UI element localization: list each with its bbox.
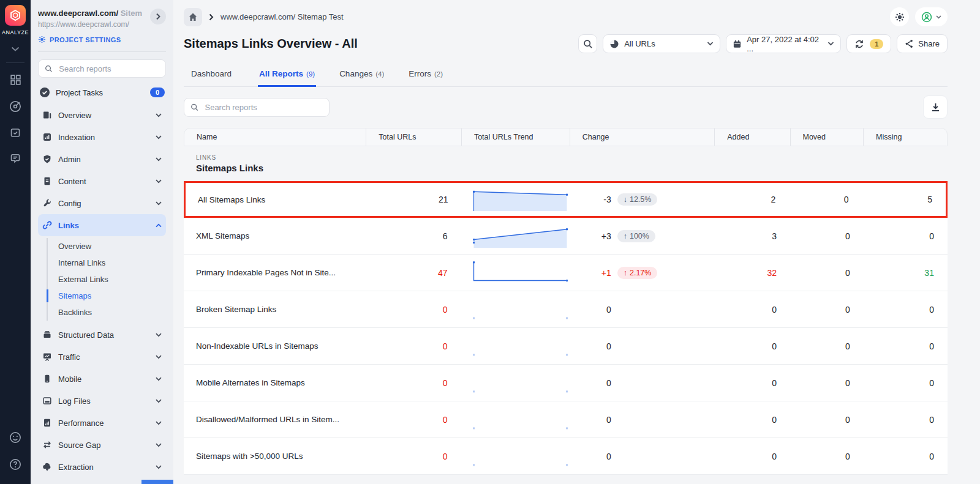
project-name-truncated: Sitem (121, 9, 142, 18)
chevron-down-icon (156, 157, 162, 162)
deepcrawl-logo[interactable] (5, 5, 26, 26)
sidebar-item-traffic[interactable]: Traffic (38, 346, 166, 368)
tab-all-reports[interactable]: All Reports(9) (258, 63, 316, 87)
crawl-disc-button[interactable] (9, 100, 22, 113)
indexation-icon (42, 132, 52, 142)
report-name[interactable]: Primary Indexable Pages Not in Site... (184, 268, 366, 277)
account-menu-button[interactable] (915, 7, 948, 26)
sidebar-subitem-external-links[interactable]: External Links (48, 271, 166, 288)
sidebar-item-log-files[interactable]: Log Files (38, 390, 166, 412)
share-icon (905, 39, 914, 48)
trend-sparkline (472, 370, 570, 397)
trend-sparkline (472, 223, 570, 250)
check-circle-icon (39, 87, 50, 98)
table-row-broken-sitemap-links[interactable]: Broken Sitemap Links 0 0 0 0 0 (184, 291, 948, 328)
crawl-date-dropdown[interactable]: Apr 27, 2022 at 4:02 ... (726, 34, 841, 53)
missing-value: 0 (864, 452, 948, 461)
arrow-up-icon: ↑ (624, 232, 627, 240)
sidebar-item-structured-data[interactable]: Structured Data (38, 324, 166, 346)
change-cell: 0 (570, 305, 715, 315)
report-name[interactable]: Sitemaps with >50,000 URLs (184, 452, 366, 461)
page-title: Sitemaps Links Overview - All (184, 37, 358, 51)
sidebar-item-admin[interactable]: Admin (38, 148, 166, 170)
share-button[interactable]: Share (897, 34, 948, 53)
sidebar-item-config[interactable]: Config (38, 192, 166, 214)
table-row-mobile-alternates[interactable]: Mobile Alternates in Sitemaps 0 0 0 0 0 (184, 365, 948, 401)
chevron-up-icon (156, 223, 162, 228)
report-name[interactable]: XML Sitemaps (184, 231, 366, 240)
task-check-icon (9, 127, 21, 139)
table-row-all-sitemaps-links[interactable]: All Sitemaps Links 21 -3 ↓12.5% 2 0 5 (184, 181, 948, 218)
sidebar-subitem-internal-links[interactable]: Internal Links (48, 255, 166, 271)
chevron-down-icon (11, 47, 20, 51)
column-header-moved[interactable]: Moved (790, 128, 864, 146)
sidebar-item-project-tasks[interactable]: Project Tasks 0 (39, 87, 165, 98)
settings-button[interactable] (890, 7, 909, 26)
calendar-icon (733, 39, 742, 49)
column-header-trend[interactable]: Total URLs Trend (461, 128, 570, 146)
column-header-change[interactable]: Change (570, 128, 715, 146)
rail-collapse-button[interactable] (11, 43, 20, 54)
help-button[interactable] (9, 458, 22, 471)
sidebar-subitem-sitemaps[interactable]: Sitemaps (48, 288, 166, 304)
sidebar-item-content[interactable]: Content (38, 170, 166, 192)
column-header-added[interactable]: Added (714, 128, 790, 146)
home-button[interactable] (184, 8, 202, 26)
change-cell: 0 (570, 378, 715, 388)
report-name[interactable]: All Sitemaps Links (186, 195, 366, 204)
performance-icon (42, 418, 52, 428)
sidebar-subitem-overview[interactable]: Overview (48, 238, 166, 255)
sidebar-item-indexation[interactable]: Indexation (38, 126, 166, 148)
sidebar-item-extraction[interactable]: Extraction (38, 456, 166, 478)
report-name[interactable]: Mobile Alternates in Sitemaps (184, 378, 366, 387)
project-settings-link[interactable]: PROJECT SETTINGS (38, 35, 166, 43)
sidebar-label: Admin (58, 155, 81, 164)
refresh-crawls-button[interactable]: 1 (846, 34, 891, 53)
report-name[interactable]: Non-Indexable URLs in Sitemaps (184, 341, 366, 351)
project-switcher-button[interactable] (150, 9, 166, 24)
tab-changes[interactable]: Changes(4) (338, 63, 385, 86)
url-filter-dropdown[interactable]: All URLs (603, 34, 720, 53)
column-header-total-urls[interactable]: Total URLs (366, 128, 461, 146)
gear-icon (895, 12, 905, 22)
column-header-missing[interactable]: Missing (863, 128, 947, 146)
total-urls-value: 0 (366, 415, 461, 425)
report-name[interactable]: Broken Sitemap Links (184, 305, 366, 314)
source-gap-arrows-icon (42, 440, 52, 450)
download-button[interactable] (923, 95, 948, 119)
tasks-button[interactable] (9, 127, 21, 139)
overview-icon (42, 110, 52, 120)
tab-errors[interactable]: Errors(2) (407, 63, 444, 86)
apps-grid-button[interactable] (9, 73, 22, 86)
sidebar-item-source-gap[interactable]: Source Gap (38, 434, 166, 456)
moved-value: 0 (790, 452, 864, 461)
table-search-input[interactable] (203, 102, 323, 113)
feedback-button[interactable] (9, 431, 22, 444)
missing-value: 0 (864, 341, 948, 351)
tab-dashboard[interactable]: Dashboard (190, 63, 236, 86)
admin-shield-icon (42, 154, 52, 164)
sidebar-item-links[interactable]: Links (38, 214, 166, 236)
total-urls-value: 47 (366, 268, 461, 278)
table-row-non-indexable-urls[interactable]: Non-Indexable URLs in Sitemaps 0 0 0 0 0 (184, 328, 948, 365)
report-name[interactable]: Disallowed/Malformed URLs in Sitem... (184, 415, 366, 424)
notes-button[interactable] (9, 152, 21, 165)
chevron-down-icon (827, 42, 834, 46)
sidebar-item-performance[interactable]: Performance (38, 412, 166, 434)
table-row-disallowed-malformed[interactable]: Disallowed/Malformed URLs in Sitem... 0 … (184, 401, 948, 438)
sidebar-divider (38, 51, 166, 52)
table-row-sitemaps-over-50000[interactable]: Sitemaps with >50,000 URLs 0 0 0 0 0 (184, 438, 948, 475)
column-header-name[interactable]: Name (184, 128, 366, 146)
search-reports-input[interactable] (58, 64, 159, 74)
breadcrumb-text[interactable]: www.deepcrawl.com/ Sitemap Test (221, 12, 344, 21)
scrollbar-thumb[interactable] (141, 480, 173, 484)
user-avatar-icon (921, 12, 932, 23)
sidebar-item-overview[interactable]: Overview (38, 104, 166, 126)
change-value: +1 (581, 268, 611, 278)
sidebar-item-mobile[interactable]: Mobile (38, 368, 166, 390)
search-button[interactable] (578, 34, 597, 53)
table-row-xml-sitemaps[interactable]: XML Sitemaps 6 +3 ↑100% 3 0 0 (184, 218, 948, 255)
sidebar-subitem-backlinks[interactable]: Backlinks (48, 304, 166, 321)
table-row-primary-indexable[interactable]: Primary Indexable Pages Not in Site... 4… (184, 255, 948, 291)
sidebar-label: Content (58, 177, 86, 186)
